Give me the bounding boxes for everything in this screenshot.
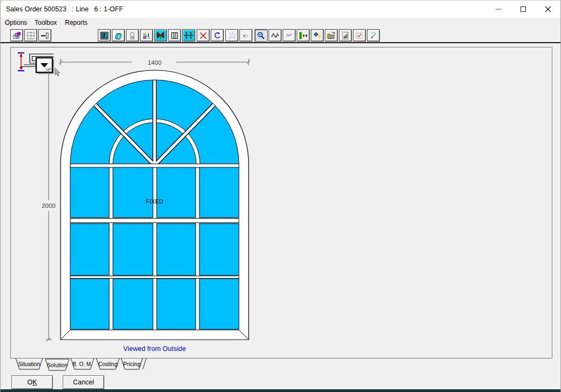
menu-options[interactable]: Options [5, 18, 27, 28]
tab-label: B. O. M. [72, 361, 92, 367]
menu-toolbox[interactable]: Toolbox [35, 18, 57, 28]
georgian-grid-icon [183, 30, 194, 40]
move-node-button[interactable] [239, 29, 252, 42]
zoom-button[interactable] [255, 29, 268, 42]
undo-arrow-icon [213, 31, 222, 40]
glazing-button[interactable] [112, 29, 125, 42]
toolbar [1, 28, 560, 43]
node-points-icon [228, 31, 236, 40]
tab-label: Situation [18, 361, 41, 367]
check-box-icon [355, 31, 364, 40]
tab-label: Solution [47, 362, 68, 368]
squiggle-icon [285, 31, 293, 40]
spray-tool-icon [313, 31, 322, 40]
app-window: Sales Order 500523 : Line 6 : 1-OFF Opti… [0, 0, 561, 392]
view-caption: Viewed from Outside [123, 345, 186, 353]
tab-strip: Situation B. O. M. Costing Pricing Solut… [10, 358, 172, 372]
move-arrow-icon [242, 31, 250, 40]
height-dimension: 2000 [42, 67, 56, 342]
glass-pane [199, 224, 239, 275]
opposing-arrows-icon [299, 31, 308, 40]
minimize-icon [496, 9, 502, 10]
product-squares-icon [12, 31, 21, 40]
bar-chart-icon [341, 31, 350, 40]
glass-pane [113, 224, 153, 275]
tab-bom[interactable]: B. O. M. [71, 358, 94, 369]
glass-pane [70, 279, 109, 329]
georgian-bars-button[interactable] [182, 29, 195, 42]
tab-label: Pricing [123, 361, 141, 367]
window-frame [61, 70, 249, 340]
toolbar-group-view [255, 29, 352, 42]
glass-pane [113, 167, 153, 218]
toolbar-group-main [10, 29, 51, 42]
menubar: Options Toolbox Reports [1, 18, 560, 28]
frame-layout-button[interactable] [24, 29, 37, 42]
window-design-drawing: 1400 2000 [11, 48, 552, 358]
glass-pane [157, 167, 196, 218]
glass-pane [199, 279, 239, 329]
specification-list-button[interactable] [140, 29, 153, 42]
edit-dims-button[interactable] [367, 29, 380, 42]
dimension-style-tool [18, 53, 60, 76]
tab-pricing[interactable]: Pricing [121, 358, 143, 369]
vent-icon [155, 30, 166, 40]
tab-strip-end [143, 358, 146, 369]
transom-bar [70, 219, 239, 223]
maximize-button[interactable] [511, 1, 536, 18]
width-dimension-label: 1400 [148, 59, 162, 66]
ok-label: OK [27, 379, 37, 386]
vertical-bars-icon [170, 31, 179, 40]
transom-bar [70, 164, 239, 168]
minimize-button[interactable] [486, 1, 511, 18]
window-title: Sales Order 500523 : Line 6 : 1-OFF [6, 1, 123, 18]
glass-sheets-icon [114, 31, 123, 40]
tab-solution-active[interactable]: Solution [45, 359, 69, 370]
glass-pane [70, 167, 109, 218]
node-edit-button[interactable] [225, 29, 238, 42]
tab-situation[interactable]: Situation [16, 358, 43, 369]
toolbar-group-edit [197, 29, 224, 42]
dimension-style-dropdown[interactable] [36, 58, 54, 73]
colored-list-icon [142, 31, 151, 40]
spectacles-icon [271, 31, 279, 40]
toolbar-group-design [98, 29, 195, 42]
rotate-view-button[interactable] [269, 29, 282, 42]
hardware-button[interactable] [126, 29, 139, 42]
delete-button[interactable] [197, 29, 210, 42]
toolbar-group-nodes [225, 29, 252, 42]
tab-costing[interactable]: Costing [96, 358, 119, 369]
tab-label: Costing [98, 361, 118, 367]
render-button[interactable] [311, 29, 324, 42]
mouse-cursor-icon [55, 68, 60, 76]
undo-button[interactable] [211, 29, 224, 42]
window-bottom-edge [1, 389, 560, 392]
ok-button[interactable]: OK [11, 375, 53, 389]
menu-reports[interactable]: Reports [65, 18, 88, 28]
pane-type-label: FIXED [146, 198, 163, 205]
approve-button[interactable] [353, 29, 366, 42]
bars-vertical-button[interactable] [168, 29, 181, 42]
maximize-icon [520, 6, 526, 12]
product-button[interactable] [10, 29, 23, 42]
magnifier-icon [257, 31, 265, 40]
dimension-edit-icon [369, 31, 378, 40]
annotate-button[interactable] [283, 29, 296, 42]
red-x-icon [199, 31, 208, 40]
handle-icon [128, 31, 137, 40]
toolbar-group-misc [353, 29, 380, 42]
window-controls [486, 1, 560, 18]
cancel-button[interactable]: Cancel [63, 375, 104, 389]
reverse-button[interactable] [297, 29, 310, 42]
vent-button[interactable] [154, 29, 167, 42]
glass-pane [157, 279, 196, 329]
window-style-button[interactable] [98, 29, 111, 42]
export-button[interactable] [325, 29, 338, 42]
profile-section-button[interactable] [38, 29, 51, 42]
close-button[interactable] [536, 1, 560, 18]
drawing-canvas[interactable]: 1400 2000 [10, 47, 552, 359]
cancel-label: Cancel [73, 379, 94, 386]
chart-button[interactable] [339, 29, 352, 42]
titlebar: Sales Order 500523 : Line 6 : 1-OFF [1, 1, 560, 18]
window-icon [100, 31, 109, 40]
